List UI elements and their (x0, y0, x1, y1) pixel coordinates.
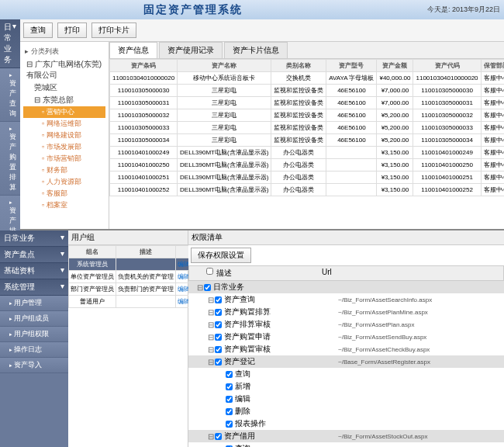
perm-node[interactable]: 编辑 (188, 393, 504, 405)
user-row[interactable]: 单位资产管理员负责机关的资产管理编辑删除 (69, 271, 209, 283)
table-row[interactable]: 110010401000249DELL390MT电脑(含液晶显示器)办公电器类¥… (110, 147, 505, 159)
tab-asset-info[interactable]: 资产信息 (109, 42, 157, 58)
save-perm-button[interactable]: 保存权限设置 (191, 248, 251, 263)
perm-checkbox[interactable] (204, 284, 211, 291)
sidebar-item[interactable]: 资产盘点▾ (0, 247, 68, 263)
panel-title: 用户组 (68, 230, 188, 245)
expand-icon[interactable]: ⊟ (207, 432, 215, 441)
minus-icon: ⊟ (34, 95, 40, 104)
perm-node[interactable]: 新增 (188, 380, 504, 393)
tree-leaf[interactable]: ▫ 市场营销部 (23, 153, 105, 165)
asset-table: 资产条码资产名称类别名称资产型号资产金额资产代码保管部门保管人资产位置期初个人资… (109, 59, 504, 196)
perm-node[interactable]: 删除 (188, 405, 504, 418)
sidebar-top: 日常业务▾ 资产查询资产购置排算资产排算审核资产购置申请资产购置审核资产登记资产… (0, 19, 20, 229)
expand-icon[interactable]: ⊟ (196, 283, 204, 292)
chevron-down-icon: ▾ (12, 22, 16, 65)
col-header: 资产条码 (110, 60, 178, 72)
sidebar-item[interactable]: 用户组成员 (0, 311, 68, 327)
perm-node[interactable]: 查询 (188, 442, 504, 447)
tree-root[interactable]: ⊟ 广东广电网络(东莞)有限公司 (23, 58, 105, 81)
sidebar-item[interactable]: 日常业务▾ (0, 230, 68, 247)
perm-checkbox[interactable] (226, 371, 233, 378)
tab-card-info[interactable]: 资产卡片信息 (224, 42, 288, 58)
nav-group-daily[interactable]: 日常业务▾ (0, 19, 20, 68)
table-row[interactable]: 110010305000030三星彩电监视和监控设备类46E56100¥7,00… (110, 85, 505, 97)
tree-leaf[interactable]: ▫ 客服部 (23, 188, 105, 199)
permission-panel: 权限清单 保存权限设置 描述 Url ⊟日常业务⊟资产查询~/Biz_Form/… (188, 230, 504, 447)
user-group-panel: 用户组 组名 描述 新增 系统管理员编辑删除单位资产管理员负责机关的资产管理编辑… (68, 230, 188, 447)
perm-checkbox[interactable] (215, 346, 222, 353)
tree-leaf[interactable]: ▫ 财务部 (23, 165, 105, 176)
sidebar-item[interactable]: 资产购置排算 (0, 122, 20, 196)
app-header: 固定资产管理系统 今天是: 2013年9月22日 (0, 0, 504, 19)
user-row[interactable]: 普通用户编辑删除 (69, 296, 209, 308)
perm-checkbox[interactable] (215, 321, 222, 328)
expand-icon[interactable]: ⊟ (207, 321, 215, 329)
search-button[interactable]: 查询 (23, 23, 53, 38)
perm-node[interactable]: ⊟资产借用~/Biz_Form/AssetStockOut.aspx (188, 430, 504, 442)
tree-node[interactable]: 莞城区 (23, 81, 105, 94)
app-title: 固定资产管理系统 (143, 3, 243, 17)
perm-node[interactable]: ⊟资产查询~/Biz_Form/AssetSearchInfo.aspx (188, 293, 504, 306)
table-row[interactable]: 110010304010000020移动中心系统语音板卡交换机类AVAYA 字母… (110, 72, 505, 85)
tree-leaf[interactable]: ▫ 市场发展部 (23, 141, 105, 153)
tree-leaf[interactable]: ▫ 网络运维部 (23, 118, 105, 130)
expand-icon[interactable]: ⊟ (207, 345, 215, 354)
sidebar-item[interactable]: 基础资料▾ (0, 263, 68, 279)
tab-usage-log[interactable]: 资产使用记录 (159, 42, 223, 58)
perm-checkbox[interactable] (226, 421, 233, 428)
table-row[interactable]: 110010305000032三星彩电监视和监控设备类46E56100¥5,20… (110, 109, 505, 122)
sidebar-item[interactable]: 系统管理▾ (0, 279, 68, 296)
expand-icon[interactable]: ⊟ (207, 333, 215, 341)
tree-node[interactable]: ⊟ 东莞总部 (23, 94, 105, 106)
perm-checkbox[interactable] (226, 383, 233, 390)
perm-node[interactable]: ⊟资产购置审核~/Biz_Form/AssetCheckBuy.aspx (188, 343, 504, 355)
sidebar-bottom: 日常业务▾资产盘点▾基础资料▾系统管理▾用户管理用户组成员用户组权限操作日志资产… (0, 230, 68, 447)
perm-node[interactable]: 报表操作 (188, 418, 504, 430)
col-header: 资产代码 (413, 60, 481, 72)
perm-node[interactable]: ⊟日常业务 (188, 281, 504, 293)
tree-leaf[interactable]: ▫ 档案室 (23, 199, 105, 211)
perm-node[interactable]: 查询 (188, 368, 504, 380)
perm-checkbox[interactable] (215, 334, 222, 341)
table-row[interactable]: 110010305000031三星彩电监视和监控设备类46E56100¥7,00… (110, 97, 505, 109)
toolbar: 查询 打印 打印卡片 (20, 19, 504, 42)
perm-checkbox[interactable] (226, 408, 233, 415)
tree-leaf[interactable]: ▫ 网络建设部 (23, 130, 105, 141)
user-row[interactable]: 部门资产管理员负责部门的资产管理编辑删除 (69, 283, 209, 296)
print-button[interactable]: 打印 (57, 23, 87, 38)
table-row[interactable]: 110010305000033三星彩电监视和监控设备类46E56100¥5,20… (110, 122, 505, 134)
table-row[interactable]: 110010401000252DELL390MT电脑(含液晶显示器)办公电器类¥… (110, 184, 505, 196)
sidebar-item[interactable]: 资产导入 (0, 358, 68, 373)
table-row[interactable]: 110010401000250DELL390MT电脑(含液晶显示器)办公电器类¥… (110, 159, 505, 172)
perm-checkbox[interactable] (215, 433, 222, 440)
tree-title: ▸ 分类列表 (23, 45, 105, 58)
expand-icon[interactable]: ⊟ (207, 358, 215, 366)
select-all-checkbox[interactable] (206, 268, 213, 275)
perm-node[interactable]: ⊟资产登记~/Base_Form/AssetRegister.aspx (188, 355, 504, 368)
tree-leaf[interactable]: ▫ 营销中心 (23, 106, 105, 118)
table-row[interactable]: 110010401000251DELL390MT电脑(含液晶显示器)办公电器类¥… (110, 172, 505, 184)
sidebar-item[interactable]: 用户管理 (0, 296, 68, 311)
table-row[interactable]: 110010305000034三星彩电监视和监控设备类46E56100¥5,20… (110, 134, 505, 147)
expand-icon[interactable]: ⊟ (207, 308, 215, 317)
perm-checkbox[interactable] (226, 396, 233, 403)
perm-node[interactable]: ⊟资产购置申请~/Biz_Form/AssetSendBuy.aspx (188, 331, 504, 343)
minus-icon: ⊟ (26, 60, 33, 68)
perm-node[interactable]: ⊟资产排算审核~/Biz_Form/AssetPlan.aspx (188, 318, 504, 331)
print-card-button[interactable]: 打印卡片 (91, 23, 136, 38)
sidebar-item[interactable]: 资产查询 (0, 68, 20, 122)
category-tree: ▸ 分类列表 ⊟ 广东广电网络(东莞)有限公司 莞城区 ⊟ 东莞总部 ▫ 营销中… (20, 42, 109, 229)
expand-icon[interactable]: ⊟ (207, 296, 215, 304)
perm-checkbox[interactable] (215, 359, 222, 366)
sidebar-item[interactable]: 用户组权限 (0, 327, 68, 342)
current-date: 今天是: 2013年9月22日 (427, 5, 500, 15)
perm-checkbox[interactable] (215, 309, 222, 316)
perm-node[interactable]: ⊟资产购置排算~/Biz_Form/AssetPlanMine.aspx (188, 306, 504, 318)
tree-leaf[interactable]: ▫ 人力资源部 (23, 176, 105, 188)
col-header: 资产金额 (377, 60, 413, 72)
perm-checkbox[interactable] (215, 296, 222, 303)
col-header: 描述 (116, 246, 176, 258)
user-row[interactable]: 系统管理员编辑删除 (69, 258, 209, 271)
sidebar-item[interactable]: 操作日志 (0, 342, 68, 358)
